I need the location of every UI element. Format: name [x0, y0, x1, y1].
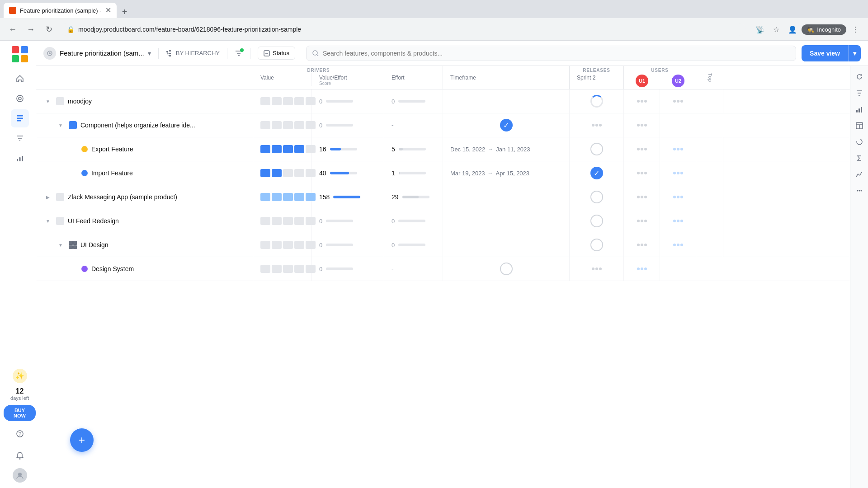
more-button[interactable]: ⋮ [848, 22, 863, 37]
search-bar[interactable] [306, 46, 796, 61]
table-row: ▼ Component (helps organize feature ide.… [36, 113, 850, 137]
sprint2-checked[interactable]: ✓ [590, 167, 603, 179]
expand-button[interactable]: ▼ [43, 216, 52, 225]
bar-3 [283, 217, 293, 225]
sprint2-loading[interactable] [590, 95, 603, 108]
right-panel-refresh-icon[interactable] [852, 70, 867, 84]
name-cell: Design System [36, 257, 253, 281]
row-name-text: Export Feature [91, 145, 133, 153]
sidebar-item-notifications[interactable] [11, 446, 29, 465]
effort-cell: 29 [384, 185, 443, 209]
top-label: Top [708, 73, 712, 82]
right-panel-refresh2-icon[interactable] [852, 135, 867, 149]
view-title-dropdown[interactable]: ▾ [148, 50, 151, 57]
col-header-releases-group: RELEASES Sprint 2 [570, 66, 624, 89]
row-name-text: moodjoy [68, 98, 92, 105]
bar-3 [283, 169, 293, 177]
score-cell: 16 [312, 137, 384, 161]
value-cell [253, 257, 312, 281]
col-header-name [36, 66, 253, 89]
save-view-arrow[interactable]: ▾ [849, 45, 861, 61]
url-bar[interactable]: 🔒 moodjoy.productboard.com/feature-board… [60, 23, 745, 36]
top-cell [696, 137, 723, 161]
new-tab-button[interactable]: + [118, 5, 131, 18]
right-panel-graph-icon[interactable] [852, 167, 867, 182]
score-cell: 0 [312, 89, 384, 113]
sidebar-item-filters[interactable] [11, 129, 29, 147]
sprint2-cell [570, 137, 624, 161]
sidebar-item-features[interactable] [11, 109, 29, 127]
name-cell: ▼ Component (helps organize feature ide.… [36, 113, 253, 137]
col-header-users-group: USERS U1 U2 [624, 66, 696, 89]
value-effort-main: Value/Effort [319, 75, 377, 81]
sprint2-cell [570, 209, 624, 233]
expand-button[interactable]: ▼ [56, 240, 65, 249]
expand-button[interactable]: ▼ [56, 121, 65, 130]
expand-button[interactable]: ▼ [43, 97, 52, 106]
app-logo[interactable] [12, 46, 28, 62]
sidebar-item-home[interactable] [11, 70, 29, 88]
tab-close-button[interactable]: ✕ [105, 7, 111, 14]
sprint2-unchecked[interactable] [590, 215, 603, 227]
profile-button[interactable]: 👤 [785, 22, 800, 37]
user2-cell [660, 185, 696, 209]
search-input[interactable] [323, 50, 790, 57]
svg-line-27 [167, 54, 169, 56]
name-cell: ▼ UI Design [36, 233, 253, 257]
sidebar-item-analytics[interactable] [11, 149, 29, 167]
hierarchy-button[interactable]: BY HIERARCHY [166, 50, 220, 57]
toolbar: Feature prioritization (sam... ▾ BY HIER… [36, 41, 868, 66]
top-cell [660, 113, 696, 137]
expand-button[interactable]: ▶ [43, 192, 52, 202]
forward-button[interactable]: → [24, 22, 38, 37]
svg-point-17 [19, 458, 20, 460]
bar-4 [294, 265, 304, 273]
refresh-button[interactable]: ↻ [42, 22, 56, 37]
back-button[interactable]: ← [5, 22, 20, 37]
tab-favicon [9, 7, 16, 14]
right-panel [850, 66, 868, 488]
value-cell [253, 89, 312, 113]
add-fab-button[interactable]: + [70, 428, 94, 452]
timeframe-cell [443, 89, 570, 113]
cast-button[interactable]: 📡 [753, 22, 767, 37]
buy-now-button[interactable]: BUY NOW [4, 405, 36, 421]
value-cell [253, 233, 312, 257]
sprint2-unchecked[interactable] [590, 239, 603, 251]
bar-1 [260, 121, 270, 129]
top-cell [696, 161, 723, 185]
sprint2-unchecked[interactable] [590, 143, 603, 155]
user2-cell [660, 161, 696, 185]
sidebar-item-help[interactable]: ? [11, 425, 29, 443]
right-panel-filter-icon[interactable] [852, 86, 867, 100]
browser-tab[interactable]: Feature prioritization (sample) - ✕ [4, 3, 117, 18]
sprint2-cell [570, 89, 624, 113]
tab-title: Feature prioritization (sample) - [20, 7, 102, 14]
value-bars [260, 241, 316, 249]
sidebar-item-insights[interactable] [11, 89, 29, 108]
name-cell: ▼ UI Feed Redesign [36, 209, 253, 233]
svg-point-46 [859, 190, 860, 192]
drivers-group-label: DRIVERS [253, 66, 384, 73]
sprint2-checked[interactable]: ✓ [500, 119, 513, 131]
bookmark-button[interactable]: ☆ [769, 22, 783, 37]
sidebar-item-sparkle[interactable]: ✨ [13, 369, 27, 383]
right-panel-table-icon[interactable] [852, 118, 867, 133]
right-panel-sum-icon[interactable] [852, 151, 867, 165]
right-panel-dots-icon[interactable] [852, 183, 867, 198]
sprint2-unchecked[interactable] [590, 191, 603, 203]
name-cell: Export Feature [36, 137, 253, 161]
status-button[interactable]: Status [258, 47, 295, 60]
right-panel-chart-icon[interactable] [852, 102, 867, 117]
lock-icon: 🔒 [67, 26, 75, 33]
timeframe-cell [443, 185, 570, 209]
svg-rect-23 [169, 53, 171, 54]
svg-rect-21 [166, 51, 168, 52]
sprint2-unchecked[interactable] [500, 263, 513, 275]
user1-avatar: U1 [636, 75, 648, 87]
user2-cell [660, 137, 696, 161]
filter-button[interactable] [235, 49, 243, 57]
user-avatar[interactable] [13, 468, 27, 483]
save-view-button[interactable]: Save view ▾ [802, 45, 861, 61]
bar-1 [260, 97, 270, 105]
